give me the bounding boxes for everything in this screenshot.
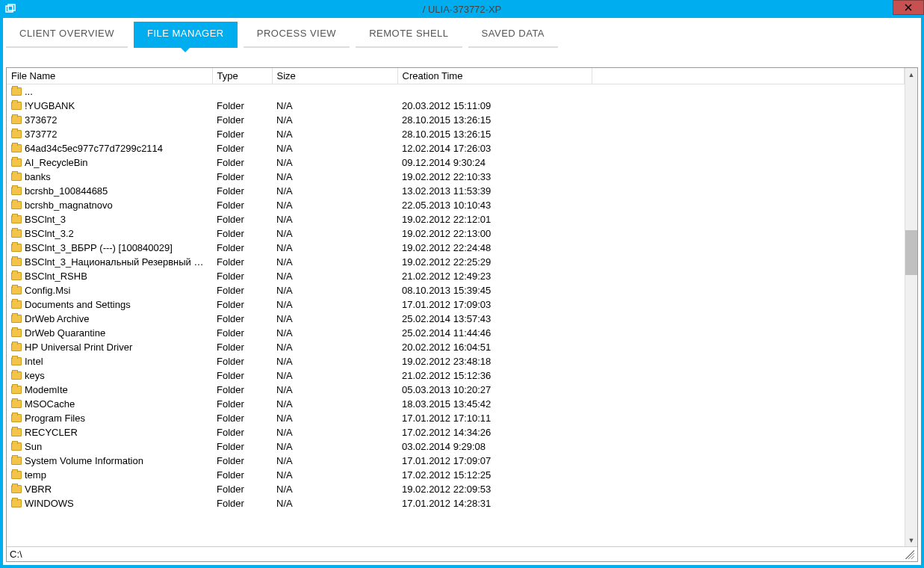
tab-remote-shell[interactable]: REMOTE SHELL — [356, 22, 462, 48]
folder-icon — [11, 400, 22, 408]
file-name-cell[interactable]: System Volume Information — [7, 454, 212, 468]
file-name-cell[interactable]: !YUGBANK — [7, 99, 212, 113]
table-row[interactable]: RECYCLERFolderN/A17.02.2012 14:34:26 — [7, 425, 905, 439]
folder-icon — [11, 87, 22, 96]
table-row[interactable]: !YUGBANKFolderN/A20.03.2012 15:11:09 — [7, 99, 905, 113]
table-row[interactable]: HP Universal Print DriverFolderN/A20.02.… — [7, 340, 905, 354]
table-row[interactable]: VBRRFolderN/A19.02.2012 22:09:53 — [7, 482, 905, 496]
scroll-up-arrow-icon[interactable]: ▲ — [905, 68, 917, 81]
table-row[interactable]: bcrshb_100844685FolderN/A13.02.2013 11:5… — [7, 184, 905, 198]
table-row[interactable]: MSOCacheFolderN/A18.03.2015 13:45:42 — [7, 397, 905, 411]
file-name-cell[interactable]: bcrshb_100844685 — [7, 184, 212, 198]
table-row[interactable]: System Volume InformationFolderN/A17.01.… — [7, 454, 905, 468]
file-name-cell[interactable]: WINDOWS — [7, 496, 212, 510]
file-name-cell[interactable]: Sun — [7, 439, 212, 454]
file-type-cell: Folder — [212, 397, 272, 411]
file-name-text: banks — [25, 171, 51, 182]
file-name-cell[interactable]: RECYCLER — [7, 425, 212, 439]
table-row[interactable]: 64ad34c5ec977c77d7299c2114FolderN/A12.02… — [7, 141, 905, 155]
table-row[interactable]: SunFolderN/A03.02.2014 9:29:08 — [7, 439, 905, 454]
close-button[interactable] — [893, 0, 924, 15]
file-name-cell[interactable]: BSClnt_3_ВБРР (---) [100840029] — [7, 241, 212, 255]
file-table-wrapper: File Name Type Size Creation Time ...!YU… — [7, 68, 917, 546]
table-row[interactable]: BSClnt_3.2FolderN/A19.02.2012 22:13:00 — [7, 226, 905, 241]
file-name-cell[interactable]: temp — [7, 468, 212, 482]
file-name-text: keys — [25, 370, 45, 381]
table-row[interactable]: 373672FolderN/A28.10.2015 13:26:15 — [7, 113, 905, 127]
file-name-text: bcrshb_magnatnovo — [25, 200, 113, 211]
file-name-cell[interactable]: 373772 — [7, 127, 212, 141]
table-row[interactable]: bcrshb_magnatnovoFolderN/A22.05.2013 10:… — [7, 198, 905, 212]
table-row[interactable]: ModemIteFolderN/A05.03.2013 10:20:27 — [7, 383, 905, 397]
file-name-cell[interactable]: banks — [7, 170, 212, 184]
file-type-cell: Folder — [212, 212, 272, 226]
table-row[interactable]: banksFolderN/A19.02.2012 22:10:33 — [7, 170, 905, 184]
scroll-down-arrow-icon[interactable]: ▼ — [905, 534, 917, 546]
table-row[interactable]: BSClnt_RSHBFolderN/A21.02.2012 12:49:23 — [7, 269, 905, 283]
file-name-cell[interactable]: BSClnt_RSHB — [7, 269, 212, 283]
file-name-cell[interactable]: MSOCache — [7, 397, 212, 411]
table-row[interactable]: Documents and SettingsFolderN/A17.01.201… — [7, 297, 905, 312]
tab-saved-data[interactable]: SAVED DATA — [468, 22, 558, 48]
file-name-cell[interactable]: 373672 — [7, 113, 212, 127]
file-type-cell: Folder — [212, 368, 272, 383]
column-header-type[interactable]: Type — [212, 68, 272, 84]
table-row[interactable]: AI_RecycleBinFolderN/A09.12.2014 9:30:24 — [7, 155, 905, 170]
file-size-cell: N/A — [272, 198, 397, 212]
file-ctime-cell: 12.02.2014 17:26:03 — [397, 141, 592, 155]
file-name-cell[interactable]: VBRR — [7, 482, 212, 496]
path-bar: C:\ — [7, 546, 917, 561]
table-row[interactable]: DrWeb ArchiveFolderN/A25.02.2014 13:57:4… — [7, 312, 905, 326]
table-row[interactable]: tempFolderN/A17.02.2012 15:12:25 — [7, 468, 905, 482]
table-row[interactable]: BSClnt_3_ВБРР (---) [100840029]FolderN/A… — [7, 241, 905, 255]
file-name-cell[interactable]: BSClnt_3_Национальный Резервный Банк... — [7, 255, 212, 269]
column-header-size[interactable]: Size — [272, 68, 397, 84]
spacer-cell — [592, 255, 905, 269]
file-name-text: HP Universal Print Driver — [25, 342, 132, 353]
resize-grip-icon[interactable] — [905, 550, 914, 559]
file-name-cell[interactable]: BSClnt_3 — [7, 212, 212, 226]
file-size-cell: N/A — [272, 269, 397, 283]
file-name-cell[interactable]: Program Files — [7, 411, 212, 425]
file-name-cell[interactable]: Config.Msi — [7, 283, 212, 297]
table-row[interactable]: Config.MsiFolderN/A08.10.2013 15:39:45 — [7, 283, 905, 297]
file-name-cell[interactable]: ... — [7, 84, 212, 99]
table-row[interactable]: ... — [7, 84, 905, 99]
file-size-cell: N/A — [272, 99, 397, 113]
file-name-cell[interactable]: Intel — [7, 354, 212, 368]
scrollbar-thumb[interactable] — [905, 230, 917, 275]
table-row[interactable]: IntelFolderN/A19.02.2012 23:48:18 — [7, 354, 905, 368]
table-row[interactable]: BSClnt_3FolderN/A19.02.2012 22:12:01 — [7, 212, 905, 226]
file-size-cell: N/A — [272, 255, 397, 269]
file-name-cell[interactable]: 64ad34c5ec977c77d7299c2114 — [7, 141, 212, 155]
table-row[interactable]: BSClnt_3_Национальный Резервный Банк...F… — [7, 255, 905, 269]
tab-client-overview[interactable]: CLIENT OVERVIEW — [6, 22, 128, 48]
file-name-cell[interactable]: Documents and Settings — [7, 297, 212, 312]
table-row[interactable]: keysFolderN/A21.02.2012 15:12:36 — [7, 368, 905, 383]
column-header-name[interactable]: File Name — [7, 68, 212, 84]
file-name-cell[interactable]: keys — [7, 368, 212, 383]
file-name-cell[interactable]: AI_RecycleBin — [7, 155, 212, 170]
file-size-cell: N/A — [272, 226, 397, 241]
current-path[interactable]: C:\ — [10, 549, 22, 560]
file-name-cell[interactable]: BSClnt_3.2 — [7, 226, 212, 241]
file-name-cell[interactable]: DrWeb Archive — [7, 312, 212, 326]
tab-process-view[interactable]: PROCESS VIEW — [244, 22, 350, 48]
file-name-text: BSClnt_RSHB — [25, 271, 87, 282]
folder-icon — [11, 485, 22, 493]
file-ctime-cell: 08.10.2013 15:39:45 — [397, 283, 592, 297]
vertical-scrollbar[interactable]: ▲ ▼ — [905, 68, 917, 546]
table-row[interactable]: 373772FolderN/A28.10.2015 13:26:15 — [7, 127, 905, 141]
column-header-ctime[interactable]: Creation Time — [397, 68, 592, 84]
file-type-cell: Folder — [212, 255, 272, 269]
file-name-cell[interactable]: HP Universal Print Driver — [7, 340, 212, 354]
table-row[interactable]: Program FilesFolderN/A17.01.2012 17:10:1… — [7, 411, 905, 425]
file-table-scroll[interactable]: File Name Type Size Creation Time ...!YU… — [7, 68, 905, 546]
file-name-cell[interactable]: DrWeb Quarantine — [7, 326, 212, 340]
file-name-cell[interactable]: bcrshb_magnatnovo — [7, 198, 212, 212]
file-manager-panel: File Name Type Size Creation Time ...!YU… — [6, 67, 918, 562]
table-row[interactable]: DrWeb QuarantineFolderN/A25.02.2014 11:4… — [7, 326, 905, 340]
tab-file-manager[interactable]: FILE MANAGER — [134, 22, 238, 48]
file-name-cell[interactable]: ModemIte — [7, 383, 212, 397]
table-row[interactable]: WINDOWSFolderN/A17.01.2012 14:28:31 — [7, 496, 905, 510]
